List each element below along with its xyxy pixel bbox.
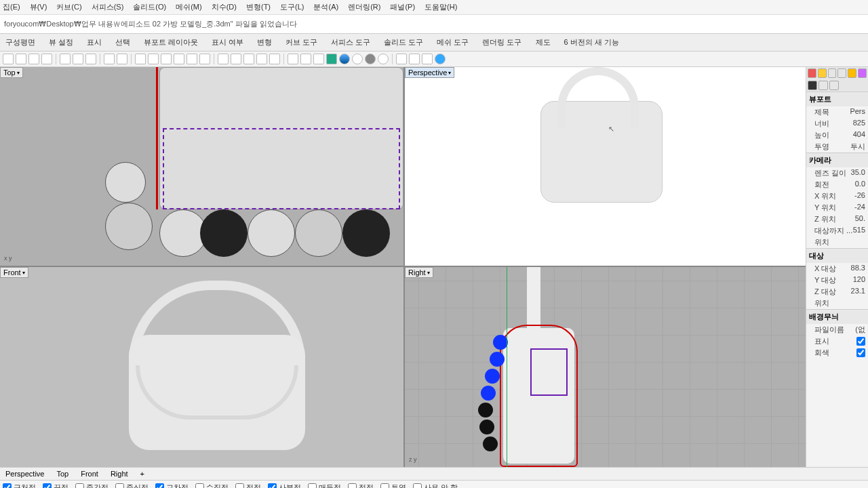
cut-icon[interactable] [60, 54, 71, 64]
viewport-tab[interactable]: Top [54, 469, 71, 479]
osnap-checkbox[interactable] [268, 483, 277, 488]
menu-item[interactable]: 집(E) [3, 2, 20, 12]
viewport-tab[interactable]: Front [78, 469, 101, 479]
menu-item[interactable]: 렌더링(R) [348, 2, 380, 12]
viewport-label-perspective[interactable]: Perspective ▾ [405, 67, 454, 78]
light-icon[interactable] [288, 54, 298, 64]
osnap-item[interactable]: 접점 [235, 483, 261, 488]
tool-tab[interactable]: 솔리드 도구 [381, 36, 426, 49]
show-icon[interactable] [409, 54, 420, 64]
tool-tab[interactable]: 제도 [533, 36, 553, 49]
menu-item[interactable]: 치수(D) [212, 2, 237, 12]
viewport-tab[interactable]: Right [108, 469, 131, 479]
osnap-item[interactable]: 사분점 [268, 483, 301, 488]
menu-item[interactable]: 메쉬(M) [176, 2, 202, 12]
tool-tab[interactable]: 뷰포트 레이아웃 [141, 36, 201, 49]
osnap-checkbox[interactable] [308, 483, 317, 488]
viewport-label-front[interactable]: Front ▾ [0, 267, 28, 278]
sun-tab-icon[interactable] [848, 68, 856, 78]
menu-item[interactable]: 패널(P) [390, 2, 415, 12]
osnap-checkbox[interactable] [380, 483, 389, 488]
box-icon[interactable] [818, 81, 828, 90]
print-icon[interactable] [41, 54, 52, 64]
prop-row[interactable]: 회색 [806, 347, 868, 359]
osnap-item[interactable]: 사용 안 함 [413, 483, 458, 488]
shade-icon[interactable] [339, 54, 350, 64]
menu-item[interactable]: 커브(C) [56, 2, 81, 12]
dropdown-icon[interactable]: ▾ [17, 70, 20, 76]
viewport-label-top[interactable]: Top ▾ [0, 67, 23, 78]
osnap-item[interactable]: 교차점 [155, 483, 189, 488]
osnap-item[interactable]: 매듭점 [308, 483, 341, 488]
menu-item[interactable]: 도구(L) [280, 2, 304, 12]
viewport-top[interactable]: Top ▾ x y [0, 67, 403, 266]
rotate-icon[interactable] [148, 54, 159, 64]
move-icon[interactable] [135, 54, 146, 64]
cplane-icon[interactable] [218, 54, 229, 64]
osnap-item[interactable]: 수직점 [195, 483, 229, 488]
osnap-item[interactable]: 끝점 [43, 483, 68, 488]
viewport-right[interactable]: Right ▾ z y [405, 267, 806, 467]
display-tab-icon[interactable] [828, 68, 837, 78]
viewport-label-right[interactable]: Right ▾ [405, 267, 433, 278]
scale-icon[interactable] [161, 54, 172, 64]
tool-tab[interactable]: 6 버전의 새 기능 [561, 36, 622, 49]
osnap-checkbox[interactable] [155, 483, 164, 488]
tool-tab[interactable]: 선택 [113, 36, 133, 49]
menu-item[interactable]: 변형(T) [246, 2, 271, 12]
prop-row[interactable]: 표시 [806, 336, 868, 347]
menu-item[interactable]: 분석(A) [313, 2, 338, 12]
copy-icon[interactable] [73, 54, 83, 64]
osnap-checkbox[interactable] [43, 483, 52, 488]
viewport-perspective[interactable]: Perspective ▾ ↖ [405, 67, 806, 266]
tool-tab[interactable]: 서피스 도구 [328, 36, 373, 49]
zoom-icon[interactable] [186, 54, 197, 64]
render-icon[interactable] [326, 54, 337, 64]
dropdown-icon[interactable]: ▾ [448, 70, 451, 76]
wireframe-icon[interactable] [352, 54, 363, 64]
zoom-extents-icon[interactable] [199, 54, 210, 64]
osnap-checkbox[interactable] [413, 483, 422, 488]
grid-icon[interactable] [231, 54, 241, 64]
osnap-item[interactable]: 중심점 [115, 483, 149, 488]
menu-item[interactable]: 도움말(H) [425, 2, 457, 12]
viewport-tab-add[interactable]: + [138, 469, 147, 479]
dropdown-icon[interactable]: ▾ [22, 270, 25, 276]
ortho-icon[interactable] [256, 54, 267, 64]
tool-tab[interactable]: 표시 여부 [209, 36, 246, 49]
properties-tab-icon[interactable] [808, 68, 816, 78]
pan-icon[interactable] [174, 54, 184, 64]
viewport-tab[interactable]: Perspective [3, 469, 47, 479]
osnap-checkbox[interactable] [235, 483, 244, 488]
osnap-checkbox[interactable] [75, 483, 84, 488]
tool-tab[interactable]: 커브 도구 [283, 36, 320, 49]
help-tab-icon[interactable] [837, 68, 846, 78]
osnap-checkbox[interactable] [348, 483, 357, 488]
ghosted-icon[interactable] [365, 54, 376, 64]
new-icon[interactable] [3, 54, 14, 64]
command-line[interactable]: foryoucom₩Desktop₩업무 내용₩에피소드 02 가방 모델링_중… [0, 15, 868, 34]
tool-tab[interactable]: 구성평면 [3, 36, 38, 49]
planar-icon[interactable] [269, 54, 280, 64]
tool-tab[interactable]: 렌더링 도구 [479, 36, 524, 49]
osnap-checkbox[interactable] [3, 483, 12, 488]
undo-icon[interactable] [104, 54, 115, 64]
osnap-checkbox[interactable] [195, 483, 204, 488]
osnap-item[interactable]: 근처점 [3, 483, 36, 488]
menu-item[interactable]: 솔리드(O) [133, 2, 166, 12]
tool-tab[interactable]: 뷰 설정 [46, 36, 76, 49]
layer-icon[interactable] [300, 54, 311, 64]
dropdown-icon[interactable]: ▾ [427, 270, 430, 276]
menu-item[interactable]: 뷰(V) [30, 2, 47, 12]
xray-icon[interactable] [378, 54, 389, 64]
save-icon[interactable] [28, 54, 39, 64]
snap-icon[interactable] [243, 54, 254, 64]
viewport-front[interactable]: Front ▾ [0, 267, 403, 467]
osnap-item[interactable]: 투영 [380, 483, 406, 488]
open-icon[interactable] [16, 54, 26, 64]
redo-icon[interactable] [117, 54, 127, 64]
menu-item[interactable]: 서피스(S) [92, 2, 124, 12]
tool-tab[interactable]: 변형 [254, 36, 275, 49]
osnap-checkbox[interactable] [115, 483, 124, 488]
hide-icon[interactable] [396, 54, 407, 64]
